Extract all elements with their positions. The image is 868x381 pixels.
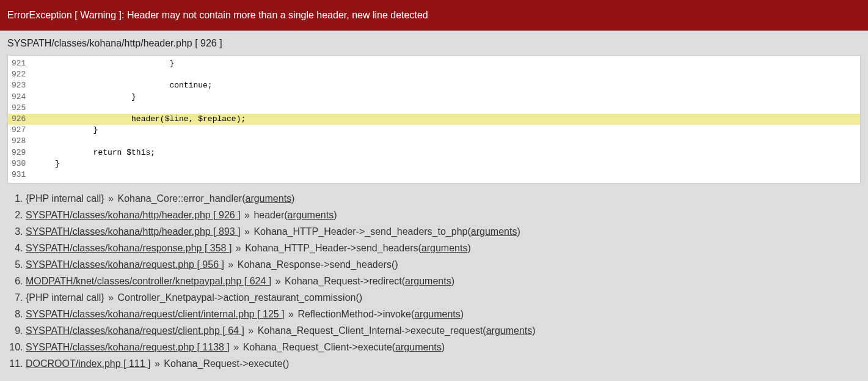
trace-arguments-link[interactable]: arguments bbox=[471, 226, 517, 237]
trace-item: SYSPATH/classes/kohana/request.php [ 956… bbox=[26, 259, 861, 270]
trace-call: Kohana_HTTP_Header->_send_headers_to_php… bbox=[253, 226, 470, 237]
trace-call: Controller_Knetpaypal->action_restaurant… bbox=[117, 292, 362, 303]
code-line: 926 header($line, $replace); bbox=[8, 114, 860, 125]
line-code: } bbox=[36, 158, 860, 169]
line-number: 931 bbox=[8, 169, 36, 180]
trace-call-close: ) bbox=[532, 325, 535, 336]
line-number: 927 bbox=[8, 125, 36, 136]
trace-call: header( bbox=[253, 210, 287, 220]
line-number: 922 bbox=[8, 69, 36, 80]
trace-call: Kohana_Request->redirect( bbox=[285, 276, 405, 286]
line-number: 924 bbox=[8, 92, 36, 103]
trace-separator: » bbox=[104, 193, 118, 204]
trace-arguments-link[interactable]: arguments bbox=[405, 276, 451, 286]
trace-separator: » bbox=[241, 226, 254, 237]
trace-item: {PHP internal call} » Controller_Knetpay… bbox=[26, 292, 861, 303]
trace-separator: » bbox=[285, 309, 298, 319]
line-code bbox=[36, 69, 860, 80]
trace-separator: » bbox=[151, 358, 164, 369]
line-code: return $this; bbox=[36, 147, 860, 158]
trace-arguments-link[interactable]: arguments bbox=[288, 210, 334, 220]
trace-call-close: ) bbox=[451, 276, 454, 286]
code-line: 925 bbox=[8, 103, 860, 114]
line-code: continue; bbox=[36, 80, 860, 91]
trace-item: SYSPATH/classes/kohana/response.php [ 35… bbox=[26, 243, 861, 254]
line-number: 926 bbox=[8, 114, 36, 125]
trace-arguments-link[interactable]: arguments bbox=[421, 243, 468, 253]
trace-call-close: ) bbox=[461, 309, 464, 319]
trace-separator: » bbox=[230, 342, 243, 352]
trace-item: SYSPATH/classes/kohana/request.php [ 113… bbox=[26, 342, 861, 353]
trace-call: Kohana_Request_Client_Internal->execute_… bbox=[258, 325, 486, 336]
trace-item: SYSPATH/classes/kohana/request/client.ph… bbox=[26, 325, 861, 336]
trace-item: {PHP internal call} » Kohana_Core::error… bbox=[26, 193, 861, 204]
code-line: 923 continue; bbox=[8, 80, 860, 91]
trace-separator: » bbox=[271, 276, 285, 286]
trace-file-link[interactable]: SYSPATH/classes/kohana/response.php [ 35… bbox=[26, 243, 232, 253]
trace-call: Kohana_Response->send_headers() bbox=[238, 259, 398, 270]
code-line: 930 } bbox=[8, 158, 860, 169]
trace-call-close: ) bbox=[291, 193, 294, 204]
trace-separator: » bbox=[244, 325, 258, 336]
trace-file-link[interactable]: DOCROOT/index.php [ 111 ] bbox=[26, 358, 151, 369]
trace-arguments-link[interactable]: arguments bbox=[414, 309, 461, 319]
trace-call-close: ) bbox=[467, 243, 470, 253]
trace-call-close: ) bbox=[334, 210, 337, 220]
line-code bbox=[36, 169, 860, 180]
line-code: } bbox=[36, 58, 860, 69]
trace-arguments-link[interactable]: arguments bbox=[486, 325, 533, 336]
code-line: 922 bbox=[8, 69, 860, 80]
trace-call-close: ) bbox=[442, 342, 445, 352]
code-line: 931 bbox=[8, 169, 860, 180]
line-number: 929 bbox=[8, 147, 36, 158]
line-number: 923 bbox=[8, 80, 36, 91]
trace-item: SYSPATH/classes/kohana/http/header.php [… bbox=[26, 210, 861, 221]
trace-item: SYSPATH/classes/kohana/request/client/in… bbox=[26, 309, 861, 320]
trace-file-link[interactable]: SYSPATH/classes/kohana/request.php [ 113… bbox=[26, 342, 230, 352]
trace-file-link[interactable]: SYSPATH/classes/kohana/request.php [ 956… bbox=[26, 259, 224, 270]
trace-separator: » bbox=[104, 292, 118, 303]
source-file-path: SYSPATH/classes/kohana/http/header.php [… bbox=[7, 38, 222, 48]
line-number: 928 bbox=[8, 136, 36, 147]
source-file-header: SYSPATH/classes/kohana/http/header.php [… bbox=[0, 31, 868, 55]
source-code-block: 921 }922923 continue;924 }925926 header(… bbox=[7, 55, 861, 183]
trace-separator: » bbox=[232, 243, 245, 253]
trace-separator: » bbox=[241, 210, 254, 220]
trace-call: ReflectionMethod->invoke( bbox=[297, 309, 414, 319]
code-line: 929 return $this; bbox=[8, 147, 860, 158]
trace-item: MODPATH/knet/classes/controller/knetpayp… bbox=[26, 276, 861, 287]
trace-file-link[interactable]: MODPATH/knet/classes/controller/knetpayp… bbox=[26, 276, 271, 286]
trace-file-link[interactable]: SYSPATH/classes/kohana/http/header.php [… bbox=[26, 210, 241, 220]
line-number: 925 bbox=[8, 103, 36, 114]
trace-call: Kohana_Request_Client->execute( bbox=[243, 342, 396, 352]
trace-item: DOCROOT/index.php [ 111 ] » Kohana_Reque… bbox=[26, 358, 861, 369]
line-code bbox=[36, 103, 860, 114]
trace-call-close: ) bbox=[517, 226, 520, 237]
trace-file-text: {PHP internal call} bbox=[26, 193, 104, 204]
code-line: 927 } bbox=[8, 125, 860, 136]
trace-file-link[interactable]: SYSPATH/classes/kohana/http/header.php [… bbox=[26, 226, 241, 237]
trace-item: SYSPATH/classes/kohana/http/header.php [… bbox=[26, 226, 861, 237]
line-code bbox=[36, 136, 860, 147]
line-number: 921 bbox=[8, 58, 36, 69]
trace-call: Kohana_Request->execute() bbox=[164, 358, 289, 369]
trace-file-link[interactable]: SYSPATH/classes/kohana/request/client/in… bbox=[26, 309, 285, 319]
trace-file-text: {PHP internal call} bbox=[26, 292, 104, 303]
error-body: SYSPATH/classes/kohana/http/header.php [… bbox=[0, 31, 868, 381]
error-banner: ErrorException [ Warning ]: Header may n… bbox=[0, 0, 868, 31]
stack-trace-list: {PHP internal call} » Kohana_Core::error… bbox=[0, 193, 868, 381]
line-code: } bbox=[36, 92, 860, 103]
code-line: 924 } bbox=[8, 92, 860, 103]
line-code: header($line, $replace); bbox=[36, 114, 860, 125]
line-number: 930 bbox=[8, 158, 36, 169]
code-line: 928 bbox=[8, 136, 860, 147]
code-line: 921 } bbox=[8, 58, 860, 69]
trace-arguments-link[interactable]: arguments bbox=[245, 193, 291, 204]
trace-call: Kohana_HTTP_Header->send_headers( bbox=[245, 243, 421, 253]
trace-file-link[interactable]: SYSPATH/classes/kohana/request/client.ph… bbox=[26, 325, 244, 336]
trace-arguments-link[interactable]: arguments bbox=[395, 342, 442, 352]
trace-separator: » bbox=[224, 259, 238, 270]
error-message: ErrorException [ Warning ]: Header may n… bbox=[7, 10, 428, 20]
trace-call: Kohana_Core::error_handler( bbox=[117, 193, 245, 204]
line-code: } bbox=[36, 125, 860, 136]
